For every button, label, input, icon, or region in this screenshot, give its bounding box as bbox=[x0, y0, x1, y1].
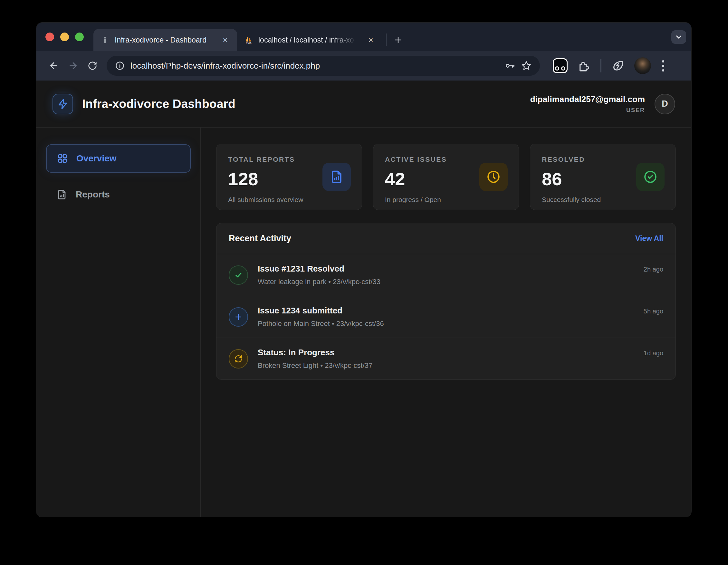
sidebar-item-reports[interactable]: Reports bbox=[46, 180, 191, 209]
forward-button[interactable] bbox=[65, 58, 81, 73]
file-chart-icon bbox=[322, 163, 351, 191]
activity-item-time: 1d ago bbox=[644, 350, 663, 357]
sidebar-item-label: Overview bbox=[76, 153, 117, 164]
stat-subtitle: In progress / Open bbox=[385, 196, 507, 204]
back-button[interactable] bbox=[46, 58, 62, 73]
close-window-button[interactable] bbox=[45, 33, 54, 41]
plus-icon bbox=[229, 307, 248, 327]
stat-label: TOTAL REPORTS bbox=[228, 156, 350, 163]
toolbar-extensions-area bbox=[553, 57, 666, 74]
check-icon bbox=[229, 265, 248, 285]
activity-texts: Issue 1234 submitted Pothole on Main Str… bbox=[258, 306, 634, 328]
extensions-puzzle-icon[interactable] bbox=[577, 59, 591, 72]
address-bar[interactable]: localhost/Php-devs/infra-xodivorce-in/sr… bbox=[107, 56, 540, 76]
recent-activity-panel: Recent Activity View All Issue #1231 Res… bbox=[216, 223, 676, 380]
clock-icon bbox=[479, 163, 508, 191]
activity-row[interactable]: Status: In Progress Broken Street Light … bbox=[216, 338, 675, 379]
new-tab-button[interactable] bbox=[391, 33, 405, 47]
page-title: Infra-xodivorce Dashboard bbox=[82, 97, 235, 111]
stat-card-active-issues: ACTIVE ISSUES 42 In progress / Open bbox=[373, 144, 519, 210]
page-body: Overview Reports TOTAL REPORTS 128 bbox=[36, 128, 691, 517]
activity-item-subtitle: Pothole on Main Street • 23/v/kpc-cst/36 bbox=[258, 320, 634, 328]
close-tab-icon[interactable]: × bbox=[220, 34, 231, 45]
activity-texts: Status: In Progress Broken Street Light … bbox=[258, 348, 634, 370]
performance-leaf-icon[interactable] bbox=[611, 59, 625, 72]
stat-card-resolved: RESOLVED 86 Successfully closed bbox=[530, 144, 676, 210]
tab-title: localhost / localhost / infra-xo bbox=[258, 36, 360, 44]
browser-toolbar: localhost/Php-devs/infra-xodivorce-in/sr… bbox=[36, 51, 691, 81]
stat-card-total-reports: TOTAL REPORTS 128 All submissions overvi… bbox=[216, 144, 362, 210]
bookmark-star-icon[interactable] bbox=[521, 61, 532, 71]
close-tab-icon[interactable]: × bbox=[365, 34, 376, 45]
avatar-initial: D bbox=[662, 99, 668, 109]
tab-phpmyadmin[interactable]: PMA localhost / localhost / infra-xo × bbox=[237, 29, 383, 51]
sidebar-item-label: Reports bbox=[76, 189, 110, 200]
user-info: dipalimandal257@gmail.com USER bbox=[530, 94, 645, 114]
grid-icon bbox=[57, 153, 68, 164]
toolbar-divider bbox=[600, 59, 601, 72]
browser-menu-kebab-icon[interactable] bbox=[661, 59, 666, 73]
view-all-link[interactable]: View All bbox=[635, 234, 663, 243]
stat-label: RESOLVED bbox=[542, 156, 664, 163]
tab-search-chevron-button[interactable] bbox=[671, 30, 686, 44]
sidebar: Overview Reports bbox=[36, 128, 201, 517]
user-role-badge: USER bbox=[530, 107, 645, 114]
file-chart-icon bbox=[56, 189, 67, 200]
activity-title: Recent Activity bbox=[229, 234, 291, 244]
tab-title: Infra-xodivorce - Dashboard bbox=[115, 36, 215, 44]
sidebar-item-overview[interactable]: Overview bbox=[46, 144, 191, 173]
tab-divider bbox=[386, 34, 387, 46]
app-header: Infra-xodivorce Dashboard dipalimandal25… bbox=[36, 81, 691, 128]
main-content: TOTAL REPORTS 128 All submissions overvi… bbox=[201, 128, 691, 517]
avatar[interactable]: D bbox=[655, 94, 675, 114]
extension-two-dots-icon[interactable] bbox=[553, 58, 568, 73]
screen: Infra-xodivorce - Dashboard × PMA localh… bbox=[0, 0, 728, 565]
phpmyadmin-icon: PMA bbox=[244, 35, 253, 44]
browser-window: Infra-xodivorce - Dashboard × PMA localh… bbox=[36, 23, 691, 517]
refresh-icon bbox=[229, 349, 248, 369]
circle-check-icon bbox=[636, 163, 665, 191]
activity-item-time: 2h ago bbox=[644, 266, 663, 273]
tab-strip: Infra-xodivorce - Dashboard × PMA localh… bbox=[36, 23, 691, 51]
activity-item-title: Issue 1234 submitted bbox=[258, 306, 634, 316]
stat-label: ACTIVE ISSUES bbox=[385, 156, 507, 163]
reload-button[interactable] bbox=[85, 58, 100, 73]
password-key-icon[interactable] bbox=[504, 60, 515, 71]
activity-row[interactable]: Issue 1234 submitted Pothole on Main Str… bbox=[216, 296, 675, 338]
page-content: Infra-xodivorce Dashboard dipalimandal25… bbox=[36, 81, 691, 517]
activity-item-title: Status: In Progress bbox=[258, 348, 634, 358]
activity-row[interactable]: Issue #1231 Resolved Water leakage in pa… bbox=[216, 254, 675, 296]
info-i-icon bbox=[101, 35, 110, 44]
activity-item-time: 5h ago bbox=[644, 308, 663, 315]
window-controls bbox=[36, 23, 93, 51]
activity-item-subtitle: Broken Street Light • 23/v/kpc-cst/37 bbox=[258, 361, 634, 370]
stats-row: TOTAL REPORTS 128 All submissions overvi… bbox=[216, 144, 676, 210]
activity-item-title: Issue #1231 Resolved bbox=[258, 264, 634, 274]
stat-subtitle: All submissions overview bbox=[228, 196, 350, 204]
lightning-bolt-icon bbox=[53, 94, 73, 114]
user-email: dipalimandal257@gmail.com bbox=[530, 94, 645, 104]
svg-text:PMA: PMA bbox=[246, 42, 252, 44]
activity-texts: Issue #1231 Resolved Water leakage in pa… bbox=[258, 264, 634, 286]
tab-dashboard[interactable]: Infra-xodivorce - Dashboard × bbox=[93, 29, 237, 51]
url-text[interactable]: localhost/Php-devs/infra-xodivorce-in/sr… bbox=[130, 61, 499, 71]
minimize-window-button[interactable] bbox=[60, 33, 69, 41]
browser-profile-avatar[interactable] bbox=[634, 57, 651, 74]
activity-header: Recent Activity View All bbox=[216, 223, 675, 254]
site-info-icon[interactable] bbox=[115, 61, 125, 71]
stat-subtitle: Successfully closed bbox=[542, 196, 664, 204]
activity-item-subtitle: Water leakage in park • 23/v/kpc-cst/33 bbox=[258, 278, 634, 286]
maximize-window-button[interactable] bbox=[75, 33, 84, 41]
